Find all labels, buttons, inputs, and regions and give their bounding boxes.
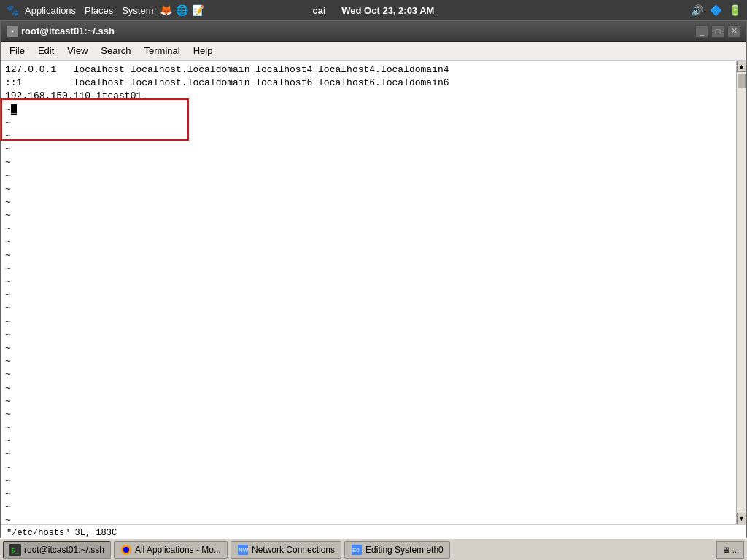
system-menu[interactable]: System	[119, 4, 156, 18]
terminal-cursor-line: ~_	[5, 104, 732, 117]
firefox-icon: 🦊	[159, 4, 172, 17]
battery-icon: 🔋	[728, 4, 741, 17]
places-label: Places	[85, 5, 113, 16]
svg-text:E0: E0	[352, 547, 360, 553]
taskbar-network-icon: NW	[237, 544, 249, 556]
taskbar-terminal-icon: $_	[9, 544, 21, 556]
taskbar-firefox-label: All Applications - Mo...	[135, 545, 221, 555]
applications-label: Applications	[25, 5, 76, 16]
terminal-line2: ::1 localhost localhost.localdomain loca…	[5, 77, 732, 90]
datetime-display: Wed Oct 23, 2:03 AM	[341, 5, 434, 16]
edit-icon: 📝	[191, 4, 204, 17]
scrollbar-thumb[interactable]	[738, 74, 746, 88]
maximize-button[interactable]: □	[711, 25, 724, 38]
scrollbar-down[interactable]: ▼	[737, 513, 747, 524]
tilde-lines: ~~~~~~~~~~~~~~~~~~~~~~~~~~~~~~~~~~~~~~	[5, 117, 732, 524]
network-icon: 🌐	[175, 4, 188, 17]
menu-terminal[interactable]: Terminal	[139, 44, 186, 58]
taskbar-tray: 🖥 ...	[716, 541, 744, 559]
svg-text:$_: $_	[11, 547, 19, 554]
taskbar-eth0-label: Editing System eth0	[365, 545, 444, 555]
window-controls: _ □ ✕	[695, 25, 740, 38]
tray-time: ...	[732, 545, 739, 554]
terminal-main[interactable]: 127.0.0.1 localhost localhost.localdomai…	[1, 61, 736, 524]
fedora-icon: 🐾	[6, 4, 19, 17]
terminal-window: ▪ root@itcast01:~/.ssh _ □ ✕ File Edit V…	[0, 20, 747, 541]
taskbar-eth0-icon: E0	[351, 544, 363, 556]
terminal-scrollbar[interactable]: ▲ ▼	[736, 61, 746, 524]
terminal-title: root@itcast01:~/.ssh	[21, 26, 115, 36]
menu-file[interactable]: File	[4, 44, 31, 58]
applications-menu[interactable]: Applications	[22, 4, 79, 18]
taskbar-eth0[interactable]: E0 Editing System eth0	[344, 541, 450, 559]
taskbar-firefox[interactable]: All Applications - Mo...	[114, 541, 228, 559]
taskbar: $_ root@itcast01:~/.ssh All Applications…	[0, 538, 747, 560]
menu-search[interactable]: Search	[95, 44, 136, 58]
bluetooth-icon: 🔷	[709, 4, 722, 17]
scrollbar-up[interactable]: ▲	[737, 61, 747, 72]
tray-network-icon: 🖥	[721, 545, 729, 554]
taskbar-terminal[interactable]: $_ root@itcast01:~/.ssh	[3, 541, 111, 559]
svg-text:NW: NW	[239, 547, 249, 553]
svg-point-3	[123, 547, 129, 553]
terminal-line1: 127.0.0.1 localhost localhost.localdomai…	[5, 63, 732, 77]
places-menu[interactable]: Places	[82, 4, 116, 18]
terminal-title-left: ▪ root@itcast01:~/.ssh	[7, 26, 115, 37]
system-bar-left: 🐾 Applications Places System 🦊 🌐 📝	[6, 4, 251, 18]
taskbar-network[interactable]: NW Network Connections	[231, 541, 341, 559]
scrollbar-track[interactable]	[737, 72, 746, 513]
status-text: "/etc/hosts" 3L, 183C	[7, 528, 117, 538]
menu-bar: File Edit View Search Terminal Help	[1, 42, 746, 61]
taskbar-terminal-label: root@itcast01:~/.ssh	[24, 545, 104, 555]
system-label: System	[122, 5, 153, 16]
terminal-window-icon: ▪	[7, 26, 18, 37]
menu-help[interactable]: Help	[187, 44, 219, 58]
menu-view[interactable]: View	[61, 44, 93, 58]
taskbar-firefox-icon	[120, 544, 132, 556]
system-bar: 🐾 Applications Places System 🦊 🌐 📝 cai W…	[0, 0, 747, 20]
system-bar-right: 🔊 🔷 🔋	[496, 4, 741, 17]
close-button[interactable]: ✕	[727, 25, 740, 38]
taskbar-network-label: Network Connections	[252, 545, 335, 555]
system-bar-center: cai Wed Oct 23, 2:03 AM	[251, 5, 496, 16]
terminal-line3: 192.168.150.110 itcast01	[5, 90, 732, 103]
volume-icon: 🔊	[690, 4, 703, 17]
terminal-titlebar: ▪ root@itcast01:~/.ssh _ □ ✕	[1, 21, 746, 42]
username-display: cai	[313, 5, 326, 16]
taskbar-right: 🖥 ...	[716, 541, 744, 559]
terminal-content: 127.0.0.1 localhost localhost.localdomai…	[1, 61, 746, 524]
minimize-button[interactable]: _	[695, 25, 708, 38]
menu-edit[interactable]: Edit	[32, 44, 60, 58]
